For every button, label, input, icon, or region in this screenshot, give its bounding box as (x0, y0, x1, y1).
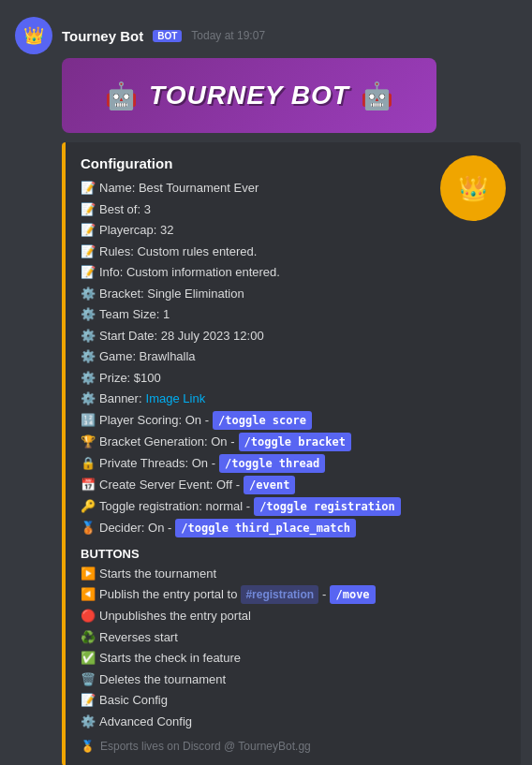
avatar: 👑 (15, 17, 52, 54)
embed-title: Configuration (81, 155, 431, 171)
banner-left-emoji: 🤖 (105, 81, 138, 111)
btn-start-label: Starts the tournament (99, 565, 216, 583)
cmd-toggle-third-place[interactable]: /toggle third_place_match (175, 519, 356, 537)
config-name-icon: 📝 (81, 179, 96, 198)
bot-badge: BOT (153, 30, 182, 42)
cmd-toggle-score[interactable]: /toggle score (213, 411, 312, 430)
config-info: 📝 Info: Custom information entered. (81, 263, 431, 282)
btn-desc-start: ▶️ Starts the tournament (81, 565, 431, 583)
btn-desc-reverse: ♻️ Reverses start (81, 628, 431, 647)
config-rules: 📝 Rules: Custom rules entered. (81, 243, 431, 261)
btn-reverse-icon: ♻️ (81, 628, 96, 647)
btn-basic-config-icon: 📝 (81, 691, 96, 710)
btn-advanced-config-icon: ⚙️ (81, 713, 96, 731)
btn-delete-icon: 🗑️ (81, 670, 96, 689)
bot-name: Tourney Bot (62, 28, 143, 44)
config-prize-icon: ⚙️ (81, 369, 96, 388)
config-startdate: ⚙️ Start Date: 28 July 2023 12:00 (81, 327, 431, 346)
buttons-section-title: BUTTONS (81, 547, 431, 561)
btn-publish-icon: ◀️ (81, 585, 96, 604)
crown-icon: 👑 (458, 174, 488, 203)
config-game-icon: ⚙️ (81, 347, 96, 366)
cmd-toggle-bracket[interactable]: /toggle bracket (239, 433, 351, 451)
config-prize: ⚙️ Prize: $100 (81, 369, 431, 388)
config-startdate-icon: ⚙️ (81, 327, 96, 346)
config-name: 📝 Name: Best Tournament Ever (81, 179, 431, 198)
btn-desc-publish: ◀️ Publish the entry portal to #registra… (81, 585, 431, 604)
cmd-toggle-thread[interactable]: /toggle thread (219, 454, 325, 473)
config-info-icon: 📝 (81, 263, 96, 282)
toggle-event-icon: 📅 (81, 476, 96, 494)
embed-thumbnail: 👑 (440, 155, 506, 221)
config-banner: ⚙️ Banner: Image Link (81, 390, 431, 408)
banner-title: TOURNEY BOT (149, 81, 349, 110)
timestamp: Today at 19:07 (191, 29, 265, 42)
toggle-bracket-gen: 🏆 Bracket Generation: On - /toggle brack… (81, 433, 431, 451)
embed-body: Configuration 📝 Name: Best Tournament Ev… (81, 155, 506, 753)
banner-right-emoji: 🤖 (361, 81, 393, 111)
config-bestof-icon: 📝 (81, 200, 96, 219)
embed-text: Configuration 📝 Name: Best Tournament Ev… (81, 155, 431, 753)
btn-desc-unpublish: 🔴 Unpublishes the entry portal (81, 607, 431, 625)
config-teamsize: ⚙️ Team Size: 1 (81, 305, 431, 324)
btn-desc-basic-config: 📝 Basic Config (81, 691, 431, 710)
banner-image: 🤖 TOURNEY BOT 🤖 (62, 58, 436, 133)
chat-container: 👑 Tourney Bot BOT Today at 19:07 🤖 TOURN… (0, 0, 532, 765)
btn-checkin-icon: ✅ (81, 649, 96, 668)
toggle-decider-icon: 🥉 (81, 519, 96, 537)
toggle-server-event: 📅 Create Server Event: Off - /event (81, 476, 431, 494)
config-bracket-icon: ⚙️ (81, 285, 96, 303)
btn-unpublish-icon: 🔴 (81, 607, 96, 625)
footer-text: Esports lives on Discord @ TourneyBot.gg (100, 740, 311, 753)
channel-registration: #registration (241, 585, 318, 604)
toggle-private-threads: 🔒 Private Threads: On - /toggle thread (81, 454, 431, 473)
config-bracket: ⚙️ Bracket: Single Elimination (81, 285, 431, 303)
btn-desc-checkin: ✅ Starts the check in feature (81, 649, 431, 668)
config-banner-icon: ⚙️ (81, 390, 96, 408)
avatar-icon: 👑 (23, 25, 44, 46)
embed-footer: 🏅 Esports lives on Discord @ TourneyBot.… (81, 740, 431, 753)
toggle-registration: 🔑 Toggle registration: normal - /toggle … (81, 497, 431, 516)
config-game: ⚙️ Game: Brawlhalla (81, 347, 431, 366)
config-playercap: 📝 Playercap: 32 (81, 221, 431, 240)
cmd-move[interactable]: /move (330, 585, 375, 604)
message-content: 🤖 TOURNEY BOT 🤖 Configuration 📝 Name: Be… (0, 58, 532, 765)
config-rules-icon: 📝 (81, 243, 96, 261)
btn-start-icon: ▶️ (81, 565, 96, 583)
btn-desc-delete: 🗑️ Deletes the tournament (81, 670, 431, 689)
toggle-scoring-icon: 🔢 (81, 411, 96, 430)
toggle-decider: 🥉 Decider: On - /toggle third_place_matc… (81, 519, 431, 537)
toggle-bracket-gen-icon: 🏆 (81, 433, 96, 451)
embed-card: Configuration 📝 Name: Best Tournament Ev… (62, 142, 521, 765)
cmd-toggle-registration[interactable]: /toggle registration (254, 497, 401, 516)
config-playercap-icon: 📝 (81, 221, 96, 240)
toggle-scoring: 🔢 Player Scoring: On - /toggle score (81, 411, 431, 430)
btn-desc-advanced-config: ⚙️ Advanced Config (81, 713, 431, 731)
toggle-threads-icon: 🔒 (81, 454, 96, 473)
cmd-event[interactable]: /event (244, 476, 295, 494)
toggle-registration-icon: 🔑 (81, 497, 96, 516)
footer-icon: 🏅 (81, 740, 95, 753)
banner-link[interactable]: Image Link (146, 390, 206, 408)
config-teamsize-icon: ⚙️ (81, 305, 96, 324)
message-header: 👑 Tourney Bot BOT Today at 19:07 (0, 9, 532, 58)
config-bestof: 📝 Best of: 3 (81, 200, 431, 219)
